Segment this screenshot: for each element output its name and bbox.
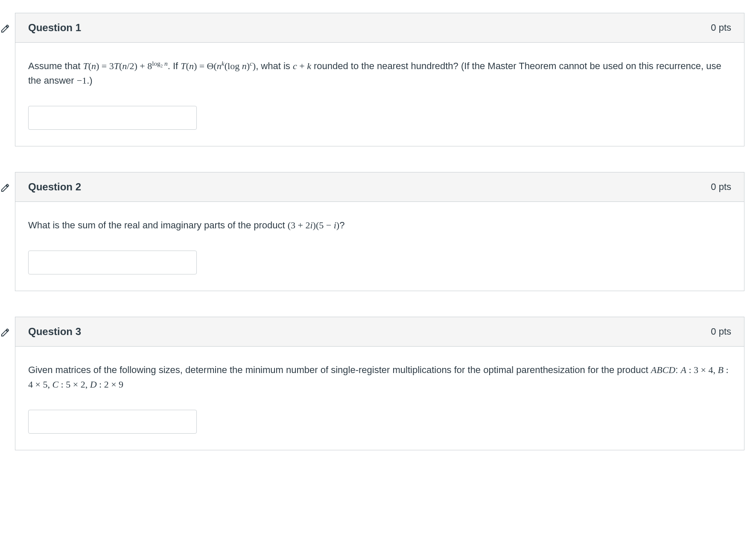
- prompt-text: , what is: [256, 61, 293, 71]
- prompt-text: . If: [168, 61, 181, 71]
- edit-question-icon[interactable]: [0, 183, 11, 193]
- question-prompt: Given matrices of the following sizes, d…: [28, 363, 731, 392]
- math-expression: ABCD: [651, 365, 675, 375]
- math-expression: (3 + 2i)(5 − i): [288, 220, 339, 230]
- answer-input[interactable]: [28, 410, 197, 434]
- math-expression: −1: [77, 75, 87, 86]
- question-body: What is the sum of the real and imaginar…: [15, 202, 744, 291]
- question-title: Question 1: [28, 22, 81, 34]
- question-body: Assume that T(n) = 3T(n/2) + 8log2 n. If…: [15, 43, 744, 146]
- question-points: 0 pts: [711, 326, 731, 337]
- question-2: Question 2 0 pts What is the sum of the …: [15, 172, 744, 291]
- question-1: Question 1 0 pts Assume that T(n) = 3T(n…: [15, 13, 744, 146]
- question-prompt: Assume that T(n) = 3T(n/2) + 8log2 n. If…: [28, 59, 731, 88]
- math-expression: c + k: [293, 61, 311, 71]
- prompt-text: .): [87, 75, 92, 86]
- prompt-text: Given matrices of the following sizes, d…: [28, 365, 651, 375]
- math-expression: T(n) = 3T(n/2) + 8log2 n: [83, 61, 167, 71]
- edit-question-icon[interactable]: [0, 328, 11, 338]
- edit-question-icon[interactable]: [0, 24, 11, 34]
- question-points: 0 pts: [711, 181, 731, 192]
- question-prompt: What is the sum of the real and imaginar…: [28, 218, 731, 233]
- question-body: Given matrices of the following sizes, d…: [15, 347, 744, 450]
- question-title: Question 2: [28, 181, 81, 193]
- prompt-text: Assume that: [28, 61, 83, 71]
- math-expression: T(n) = Θ(nk(log n)c): [181, 61, 256, 71]
- prompt-text: What is the sum of the real and imaginar…: [28, 220, 288, 230]
- question-title: Question 3: [28, 326, 81, 338]
- question-header: Question 2 0 pts: [15, 172, 744, 202]
- question-3: Question 3 0 pts Given matrices of the f…: [15, 317, 744, 450]
- question-header: Question 1 0 pts: [15, 13, 744, 43]
- question-points: 0 pts: [711, 22, 731, 33]
- prompt-text: ?: [339, 220, 344, 230]
- question-header: Question 3 0 pts: [15, 317, 744, 347]
- answer-input[interactable]: [28, 106, 197, 130]
- answer-input[interactable]: [28, 251, 197, 274]
- prompt-text: :: [675, 365, 680, 375]
